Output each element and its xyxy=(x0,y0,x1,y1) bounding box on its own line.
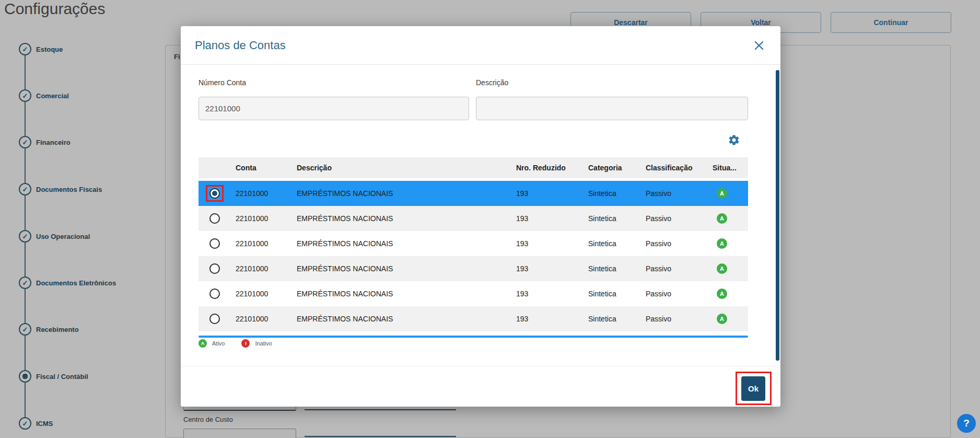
header-conta: Conta xyxy=(236,164,297,172)
header-nro-reduzido: Nro. Reduzido xyxy=(516,164,588,172)
modal-vertical-scrollbar[interactable] xyxy=(776,70,779,361)
cell-conta: 22101000 xyxy=(236,189,297,198)
descricao-label: Descrição xyxy=(476,78,508,87)
status-badge-ativo: A xyxy=(717,188,727,199)
cell-situacao: A xyxy=(713,314,748,324)
numero-conta-input[interactable] xyxy=(199,97,469,120)
header-descricao: Descrição xyxy=(297,164,516,172)
cell-radio xyxy=(199,213,236,224)
cell-radio xyxy=(199,263,236,274)
legend-inativo-label: Inativo xyxy=(255,340,272,347)
cell-nro-reduzido: 193 xyxy=(516,290,588,298)
cell-nro-reduzido: 193 xyxy=(516,239,588,248)
legend-inativo-icon: I xyxy=(241,339,250,348)
cell-radio xyxy=(199,238,236,249)
footer-divider xyxy=(181,366,780,366)
cell-conta: 22101000 xyxy=(236,290,297,298)
status-badge-ativo: A xyxy=(717,213,727,224)
cell-classificacao: Passivo xyxy=(646,264,713,273)
cell-descricao: EMPRÉSTIMOS NACIONAIS xyxy=(297,315,516,323)
cell-categoria: Sintetica xyxy=(588,239,646,248)
cell-descricao: EMPRÉSTIMOS NACIONAIS xyxy=(297,214,516,223)
table-row[interactable]: 22101000 EMPRÉSTIMOS NACIONAIS 193 Sinte… xyxy=(199,306,748,331)
cell-classificacao: Passivo xyxy=(646,214,713,223)
numero-conta-label: Número Conta xyxy=(199,78,246,87)
ok-button[interactable]: Ok xyxy=(741,376,765,401)
table-row[interactable]: 22101000 EMPRÉSTIMOS NACIONAIS 193 Sinte… xyxy=(199,231,748,256)
cell-situacao: A xyxy=(713,188,748,199)
cell-situacao: A xyxy=(713,263,748,274)
cell-categoria: Sintetica xyxy=(588,264,646,273)
cell-conta: 22101000 xyxy=(236,239,297,248)
close-icon[interactable] xyxy=(752,39,766,52)
status-badge-ativo: A xyxy=(717,238,727,249)
header-situacao: Situa... xyxy=(713,164,748,172)
cell-radio xyxy=(199,314,236,324)
header-classificacao: Classificação xyxy=(646,164,713,172)
header-categoria: Categoria xyxy=(588,164,646,172)
cell-situacao: A xyxy=(713,238,748,249)
legend-ativo-icon: A xyxy=(199,339,207,348)
table-row[interactable]: 22101000 EMPRÉSTIMOS NACIONAIS 193 Sinte… xyxy=(199,281,748,306)
row-radio[interactable] xyxy=(209,238,220,249)
cell-categoria: Sintetica xyxy=(588,290,646,298)
cell-classificacao: Passivo xyxy=(646,189,713,198)
cell-classificacao: Passivo xyxy=(646,239,713,248)
row-radio[interactable] xyxy=(209,289,220,299)
cell-nro-reduzido: 193 xyxy=(516,315,588,323)
row-radio-checked[interactable] xyxy=(209,188,220,199)
descricao-input[interactable] xyxy=(476,97,748,120)
cell-situacao: A xyxy=(713,213,748,224)
cell-descricao: EMPRÉSTIMOS NACIONAIS xyxy=(297,239,516,248)
row-radio[interactable] xyxy=(209,213,220,224)
modal-title: Planos de Contas xyxy=(195,39,286,52)
table-row[interactable]: 22101000 EMPRÉSTIMOS NACIONAIS 193 Sinte… xyxy=(199,206,748,231)
modal-header: Planos de Contas xyxy=(181,26,780,65)
table-row[interactable]: 22101000 EMPRÉSTIMOS NACIONAIS 193 Sinte… xyxy=(199,256,748,281)
status-badge-ativo: A xyxy=(717,289,727,299)
cell-descricao: EMPRÉSTIMOS NACIONAIS xyxy=(297,264,516,273)
cell-nro-reduzido: 193 xyxy=(516,214,588,223)
status-badge-ativo: A xyxy=(717,314,727,324)
table-header-row: Conta Descrição Nro. Reduzido Categoria … xyxy=(199,157,748,178)
planos-de-contas-modal: Planos de Contas Número Conta Descrição … xyxy=(181,26,780,407)
cell-nro-reduzido: 193 xyxy=(516,189,588,198)
cell-radio xyxy=(199,289,236,299)
cell-conta: 22101000 xyxy=(236,214,297,223)
cell-classificacao: Passivo xyxy=(646,290,713,298)
status-legend: A Ativo I Inativo xyxy=(199,339,284,348)
table-row-selected[interactable]: 22101000 EMPRÉSTIMOS NACIONAIS 193 Sinte… xyxy=(199,181,748,206)
cell-classificacao: Passivo xyxy=(646,315,713,323)
cell-descricao: EMPRÉSTIMOS NACIONAIS xyxy=(297,290,516,298)
cell-descricao: EMPRÉSTIMOS NACIONAIS xyxy=(297,189,516,198)
legend-ativo-label: Ativo xyxy=(212,340,225,347)
table-body: 22101000 EMPRÉSTIMOS NACIONAIS 193 Sinte… xyxy=(199,181,748,331)
cell-radio xyxy=(199,188,236,199)
cell-conta: 22101000 xyxy=(236,315,297,323)
accounts-table: Conta Descrição Nro. Reduzido Categoria … xyxy=(199,157,748,331)
row-radio[interactable] xyxy=(209,263,220,274)
cell-categoria: Sintetica xyxy=(588,189,646,198)
cell-nro-reduzido: 193 xyxy=(516,264,588,273)
help-button[interactable]: ? xyxy=(957,414,976,433)
row-radio[interactable] xyxy=(209,314,220,324)
table-horizontal-scrollbar[interactable] xyxy=(199,336,748,338)
cell-categoria: Sintetica xyxy=(588,214,646,223)
gear-icon[interactable] xyxy=(727,134,741,147)
cell-categoria: Sintetica xyxy=(588,315,646,323)
cell-situacao: A xyxy=(713,289,748,299)
status-badge-ativo: A xyxy=(717,263,727,274)
cell-conta: 22101000 xyxy=(236,264,297,273)
